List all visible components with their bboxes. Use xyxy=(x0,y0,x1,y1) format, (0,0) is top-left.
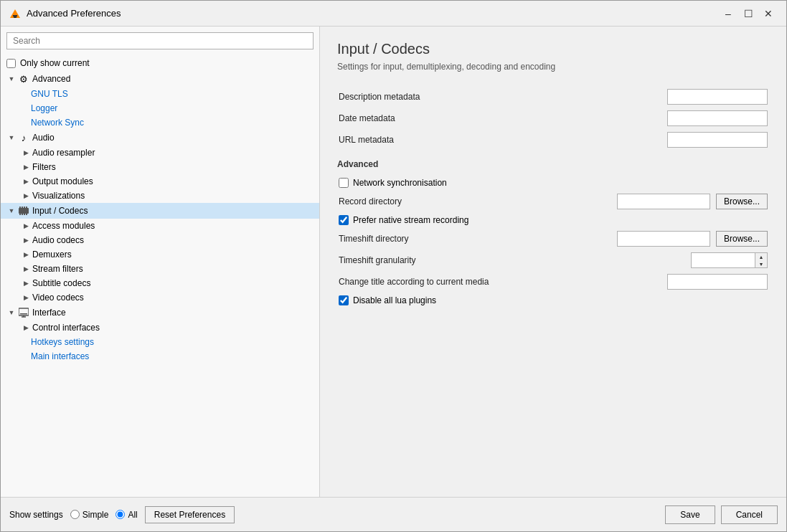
expand-arrow-17: ▶ xyxy=(21,323,31,333)
tree-item-4[interactable]: ▼♪Audio xyxy=(1,130,319,146)
tree-label-8: Visualizations xyxy=(32,191,85,201)
timeshift-browse-button[interactable]: Browse... xyxy=(716,231,768,247)
timeshift-gran-up[interactable]: ▲ xyxy=(755,253,767,260)
radio-simple-label[interactable]: Simple xyxy=(70,510,109,520)
prefer-native-row: Prefer native stream recording xyxy=(337,212,769,228)
tree-label-17: Control interfaces xyxy=(32,323,100,333)
tree-item-15[interactable]: ▶Video codecs xyxy=(1,290,319,305)
footer-bar: Show settings Simple All Reset Preferenc… xyxy=(1,497,786,531)
tree-label-2: Logger xyxy=(31,103,57,113)
svg-rect-5 xyxy=(22,206,23,209)
tree-item-17[interactable]: ▶Control interfaces xyxy=(1,320,319,335)
tree-label-6: Filters xyxy=(32,162,56,172)
only-current-checkbox[interactable] xyxy=(6,59,16,68)
close-button[interactable]: ✕ xyxy=(759,6,778,21)
tree-item-9[interactable]: ▼Input / Codecs xyxy=(1,203,319,219)
tree-label-7: Output modules xyxy=(32,176,93,186)
action-buttons: Save Cancel xyxy=(665,505,778,524)
tree-item-2[interactable]: Logger xyxy=(1,101,319,115)
radio-simple[interactable] xyxy=(70,510,80,519)
url-label: URL metadata xyxy=(337,129,596,151)
tree-label-3: Network Sync xyxy=(31,118,84,128)
tree-label-18: Hotkeys settings xyxy=(31,337,94,347)
change-title-input[interactable]: $Z xyxy=(667,274,768,290)
tree-label-9: Input / Codecs xyxy=(32,206,88,216)
radio-all[interactable] xyxy=(116,510,125,519)
date-label: Date metadata xyxy=(337,108,596,129)
main-content: Only show current ▼⚙AdvancedGNU TLSLogge… xyxy=(1,27,786,497)
tree-item-3[interactable]: Network Sync xyxy=(1,115,319,130)
tree-label-14: Subtitle codecs xyxy=(32,278,90,288)
svg-rect-3 xyxy=(19,208,29,214)
tree-item-14[interactable]: ▶Subtitle codecs xyxy=(1,276,319,290)
timeshift-dir-label: Timeshift directory xyxy=(337,228,596,250)
metadata-table: Description metadata Date metadata URL m… xyxy=(337,86,769,151)
tree-label-16: Interface xyxy=(32,308,66,318)
tree-item-12[interactable]: ▶Demuxers xyxy=(1,247,319,262)
expand-arrow-16: ▼ xyxy=(6,308,17,318)
svg-rect-6 xyxy=(24,206,25,209)
svg-rect-11 xyxy=(26,213,27,215)
show-settings-section: Show settings Simple All Reset Preferenc… xyxy=(9,506,235,523)
tree-item-19[interactable]: Main interfaces xyxy=(1,349,319,364)
panel-title: Input / Codecs xyxy=(337,41,769,57)
tree-icon-0: ⚙ xyxy=(18,73,29,85)
search-input[interactable] xyxy=(6,32,314,49)
minimize-button[interactable]: – xyxy=(719,6,737,21)
tree-label-5: Audio resampler xyxy=(32,148,95,158)
search-bar xyxy=(1,27,319,55)
show-settings-label: Show settings xyxy=(9,510,63,520)
cancel-button[interactable]: Cancel xyxy=(721,505,778,524)
expand-arrow-0: ▼ xyxy=(6,74,17,84)
network-sync-checkbox[interactable] xyxy=(339,178,349,188)
tree-label-4: Audio xyxy=(32,133,55,143)
radio-all-label[interactable]: All xyxy=(116,510,137,520)
prefer-native-checkbox[interactable] xyxy=(339,215,349,225)
tree-item-7[interactable]: ▶Output modules xyxy=(1,174,319,189)
timeshift-dir-input[interactable] xyxy=(617,231,710,247)
tree-item-5[interactable]: ▶Audio resampler xyxy=(1,146,319,160)
network-sync-label: Network synchronisation xyxy=(353,178,447,188)
tree-item-0[interactable]: ▼⚙Advanced xyxy=(1,71,319,87)
only-current-label: Only show current xyxy=(20,58,90,68)
reset-preferences-button[interactable]: Reset Preferences xyxy=(145,506,235,523)
titlebar-left: Advanced Preferences xyxy=(9,8,121,19)
timeshift-gran-input[interactable]: -1 xyxy=(691,252,755,268)
expand-arrow-13: ▶ xyxy=(21,264,31,274)
expand-arrow-4: ▼ xyxy=(6,133,17,143)
tree-item-16[interactable]: ▼Interface xyxy=(1,305,319,320)
tree-label-0: Advanced xyxy=(32,74,70,84)
tree-item-8[interactable]: ▶Visualizations xyxy=(1,189,319,203)
tree-item-11[interactable]: ▶Audio codecs xyxy=(1,233,319,247)
tree-label-13: Stream filters xyxy=(32,264,83,274)
tree-item-10[interactable]: ▶Access modules xyxy=(1,219,319,233)
tree-item-13[interactable]: ▶Stream filters xyxy=(1,262,319,276)
expand-arrow-9: ▼ xyxy=(6,206,17,216)
expand-arrow-10: ▶ xyxy=(21,221,31,231)
change-title-row: Change title according to current media … xyxy=(337,271,769,293)
tree-icon-16 xyxy=(18,307,29,318)
disable-lua-checkbox[interactable] xyxy=(339,295,349,305)
timeshift-gran-spinbox: -1 ▲ ▼ xyxy=(598,252,768,268)
tree-item-1[interactable]: GNU TLS xyxy=(1,87,319,101)
record-dir-controls: Browse... xyxy=(598,194,768,209)
url-row: URL metadata xyxy=(337,129,769,151)
tree-item-6[interactable]: ▶Filters xyxy=(1,160,319,174)
record-dir-table: Record directory Browse... xyxy=(337,191,769,212)
save-button[interactable]: Save xyxy=(665,505,715,524)
expand-arrow-12: ▶ xyxy=(21,250,31,260)
timeshift-gran-down[interactable]: ▼ xyxy=(755,260,767,267)
date-input[interactable] xyxy=(667,110,768,126)
url-input[interactable] xyxy=(667,132,768,148)
expand-arrow-5: ▶ xyxy=(21,148,31,158)
record-dir-input[interactable] xyxy=(617,194,710,209)
description-input[interactable] xyxy=(667,89,768,105)
record-browse-button[interactable]: Browse... xyxy=(716,194,768,209)
timeshift-gran-label: Timeshift granularity xyxy=(337,250,596,271)
maximize-button[interactable]: ☐ xyxy=(739,6,758,21)
date-row: Date metadata xyxy=(337,108,769,129)
tree-item-18[interactable]: Hotkeys settings xyxy=(1,335,319,349)
window-controls: – ☐ ✕ xyxy=(719,6,778,21)
svg-rect-4 xyxy=(19,206,21,209)
disable-lua-row: Disable all lua plugins xyxy=(337,293,769,308)
